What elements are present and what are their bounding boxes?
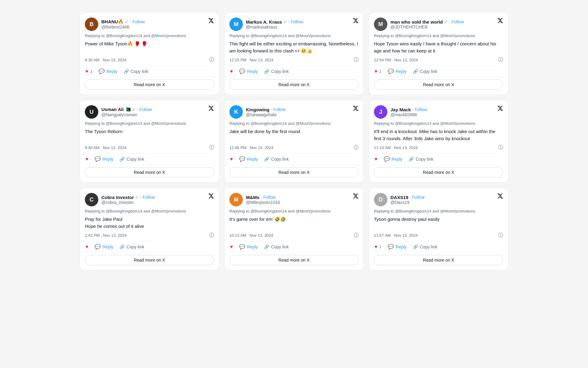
- read-more-button[interactable]: Read more on X: [85, 255, 214, 265]
- dot-separator: ·: [412, 107, 413, 112]
- read-more-button[interactable]: Read more on X: [229, 255, 359, 265]
- avatar[interactable]: M: [374, 17, 387, 31]
- info-icon[interactable]: ⓘ: [209, 57, 214, 63]
- copy-link-button[interactable]: 🔗 Copy link: [263, 155, 289, 163]
- dot-separator: ·: [137, 107, 138, 112]
- info-icon[interactable]: ⓘ: [498, 57, 503, 63]
- follow-button[interactable]: Follow: [133, 19, 145, 24]
- like-button[interactable]: ♥: [374, 155, 378, 163]
- info-icon[interactable]: ⓘ: [498, 232, 503, 239]
- follow-button[interactable]: Follow: [415, 107, 427, 112]
- user-details: Kingowing ·Follow @lukwaagohabi: [246, 107, 286, 117]
- actions-row: ♥ 💬 Reply 🔗 Copy link: [85, 241, 214, 252]
- reply-button[interactable]: 💬 Reply: [383, 155, 403, 163]
- verified-icon: ✓: [283, 19, 287, 24]
- follow-button[interactable]: Follow: [451, 19, 464, 24]
- copy-link-button[interactable]: 🔗 Copy link: [119, 243, 145, 251]
- copy-link-button[interactable]: 🔗 Copy link: [123, 68, 149, 75]
- read-more-button[interactable]: Read more on X: [85, 167, 214, 178]
- x-logo-icon[interactable]: [352, 193, 359, 199]
- avatar[interactable]: M: [229, 17, 243, 31]
- tweet-time-row: 12:25 PM · Nov 13, 2024 ⓘ: [229, 57, 359, 63]
- username: @Daxs19: [390, 200, 409, 205]
- actions-row: ♥ 1 💬 Reply 🔗 Copy link: [85, 66, 214, 77]
- avatar[interactable]: K: [229, 105, 243, 119]
- tweet-time-row: 11:13 AM · Nov 13, 2024 ⓘ: [374, 144, 503, 151]
- like-button[interactable]: ♥: [229, 243, 234, 251]
- username-row: @Milesjones1010: [246, 200, 280, 205]
- like-count: 1: [379, 244, 382, 249]
- link-icon: 🔗: [119, 244, 125, 249]
- read-more-button[interactable]: Read more on X: [374, 79, 503, 90]
- bubble-icon: 💬: [95, 244, 101, 250]
- follow-button[interactable]: Follow: [412, 195, 424, 200]
- reply-button[interactable]: 💬 Reply: [239, 67, 259, 75]
- avatar[interactable]: B: [85, 17, 98, 31]
- avatar[interactable]: U: [85, 105, 98, 119]
- copy-link-button[interactable]: 🔗 Copy link: [263, 68, 289, 75]
- copy-link-button[interactable]: 🔗 Copy link: [412, 243, 438, 251]
- like-count: 1: [379, 69, 382, 74]
- reply-button[interactable]: 💬 Reply: [387, 67, 407, 75]
- avatar[interactable]: M: [229, 193, 243, 206]
- tweet-card-3: M man who sold the world ✓ ·Follow @JDTH…: [369, 12, 508, 95]
- reply-button[interactable]: 💬 Reply: [94, 243, 114, 251]
- username: @thebest1406: [101, 25, 129, 29]
- info-icon[interactable]: ⓘ: [354, 57, 359, 63]
- tweet-content: Tyson gonna destroy paul easily: [374, 216, 503, 230]
- replying-to: Replying to @BoxingKingdom14 and @MostVp…: [229, 121, 359, 126]
- info-icon[interactable]: ⓘ: [209, 232, 214, 239]
- read-more-button[interactable]: Read more on X: [374, 167, 503, 178]
- read-more-button[interactable]: Read more on X: [85, 79, 214, 90]
- like-button[interactable]: ♥: [229, 67, 234, 75]
- like-button[interactable]: ♥: [229, 155, 234, 163]
- reply-button[interactable]: 💬 Reply: [239, 243, 259, 251]
- copy-link-button[interactable]: 🔗 Copy link: [412, 68, 438, 75]
- follow-button[interactable]: Follow: [291, 19, 303, 24]
- like-button[interactable]: ♥: [85, 155, 89, 163]
- avatar[interactable]: J: [374, 105, 387, 119]
- read-more-button[interactable]: Read more on X: [374, 255, 503, 265]
- reply-button[interactable]: 💬 Reply: [239, 155, 259, 163]
- info-icon[interactable]: ⓘ: [498, 144, 503, 151]
- read-more-button[interactable]: Read more on X: [229, 79, 359, 90]
- like-button[interactable]: ♥ 1: [374, 243, 382, 251]
- tweet-content: Hope Tyson wins easily I have a thought …: [374, 40, 503, 54]
- copy-link-button[interactable]: 🔗 Copy link: [263, 243, 289, 251]
- x-logo-icon[interactable]: [208, 193, 214, 199]
- x-logo-icon[interactable]: [497, 105, 503, 111]
- copy-link-button[interactable]: 🔗 Copy link: [408, 155, 434, 163]
- like-button[interactable]: ♥ 1: [85, 67, 93, 75]
- x-logo-icon[interactable]: [352, 105, 359, 111]
- user-name: BHANU🔥: [101, 19, 124, 25]
- read-more-button[interactable]: Read more on X: [229, 167, 359, 178]
- like-button[interactable]: ♥ 1: [374, 67, 382, 75]
- tweet-content: It'll end in a knockout. Mike has to kno…: [374, 128, 503, 142]
- info-icon[interactable]: ⓘ: [354, 232, 359, 239]
- x-logo-icon[interactable]: [208, 17, 214, 24]
- follow-button[interactable]: Follow: [139, 107, 152, 112]
- follow-button[interactable]: Follow: [142, 195, 155, 200]
- like-button[interactable]: ♥: [85, 243, 89, 251]
- follow-button[interactable]: Follow: [273, 107, 285, 112]
- x-logo-icon[interactable]: [352, 17, 359, 24]
- tweet-time: 11:57 AM · Nov 13, 2024: [374, 233, 418, 238]
- reply-label: Reply: [247, 244, 258, 249]
- username-row: @JDTHEHITCHER: [390, 25, 464, 29]
- follow-button[interactable]: Follow: [263, 195, 276, 200]
- heart-icon: ♥: [230, 69, 233, 74]
- username-row: @lukwaagohabi: [246, 112, 286, 117]
- reply-button[interactable]: 💬 Reply: [98, 67, 118, 75]
- avatar[interactable]: D: [374, 193, 387, 206]
- reply-button[interactable]: 💬 Reply: [94, 155, 114, 163]
- reply-button[interactable]: 💬 Reply: [387, 243, 407, 251]
- x-logo-icon[interactable]: [497, 17, 503, 24]
- dot-separator: ·: [288, 19, 289, 25]
- user-name-row: DAXS19 ·Follow: [390, 194, 424, 200]
- avatar[interactable]: C: [85, 193, 98, 206]
- copy-link-button[interactable]: 🔗 Copy link: [119, 155, 145, 163]
- info-icon[interactable]: ⓘ: [354, 144, 359, 151]
- info-icon[interactable]: ⓘ: [209, 144, 214, 151]
- x-logo-icon[interactable]: [208, 105, 214, 111]
- x-logo-icon[interactable]: [497, 193, 503, 199]
